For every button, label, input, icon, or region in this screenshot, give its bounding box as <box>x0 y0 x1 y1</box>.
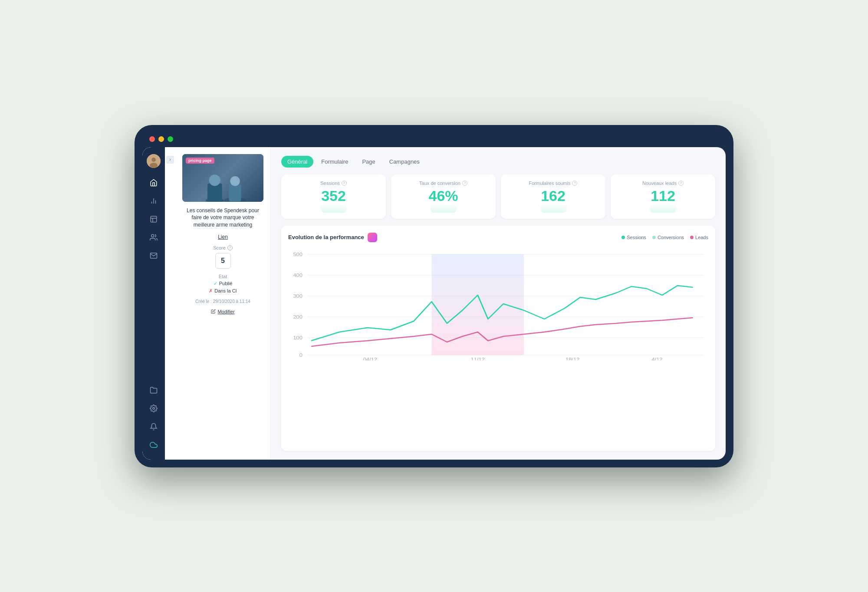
stat-sessions: Sessions ? 352 <box>281 174 386 219</box>
score-section: Score ? 5 <box>182 245 263 269</box>
stat-leads-label: Nouveaux leads ? <box>642 181 684 186</box>
cross-icon: ✗ <box>209 288 213 294</box>
sidebar-item-users[interactable] <box>146 230 161 245</box>
article-image: pricing page <box>182 154 263 202</box>
svg-text:11/12: 11/12 <box>471 356 485 360</box>
stat-leads-decoration <box>650 204 676 213</box>
chart-area: 500 400 300 200 100 0 <box>288 247 708 360</box>
legend-dot-conversions <box>652 236 656 239</box>
svg-point-2 <box>150 163 158 168</box>
stat-conversion: Taux de conversion ? 46% <box>391 174 496 219</box>
svg-text:04/12: 04/12 <box>363 356 378 360</box>
svg-text:100: 100 <box>293 335 302 340</box>
svg-text:300: 300 <box>293 293 302 299</box>
sidebar-item-cloud[interactable] <box>146 437 161 453</box>
chart-svg: 500 400 300 200 100 0 <box>288 247 708 360</box>
etat-dans-ci: ✗ Dans la CI <box>209 288 237 294</box>
avatar[interactable] <box>147 154 161 168</box>
svg-text:18/12: 18/12 <box>566 356 580 360</box>
app-container: › pricing page Les conseils de <box>142 147 726 460</box>
svg-text:0: 0 <box>299 352 303 358</box>
tab-page[interactable]: Page <box>356 156 381 168</box>
chart-section: Evolution de la performance Sessions Con… <box>281 226 715 451</box>
chart-icon <box>368 233 377 242</box>
tab-campagnes[interactable]: Campagnes <box>383 156 426 168</box>
stat-conversion-value: 46% <box>428 188 458 203</box>
svg-point-16 <box>209 174 220 186</box>
analytics-panel: Général Formulaire Page Campagnes Sessio… <box>271 147 726 460</box>
svg-point-1 <box>151 158 156 162</box>
created-info: Créé le : 29/10/2020 à 11:14 <box>182 299 263 304</box>
chart-header: Evolution de la performance Sessions Con… <box>288 233 708 242</box>
traffic-light-green[interactable] <box>168 136 173 142</box>
panel-toggle: › <box>165 147 175 460</box>
svg-point-9 <box>151 234 154 237</box>
svg-text:500: 500 <box>293 251 302 257</box>
sidebar-item-notifications[interactable] <box>146 419 161 434</box>
legend-leads: Leads <box>690 235 708 240</box>
collapse-panel-button[interactable]: › <box>166 156 174 164</box>
pricing-badge: pricing page <box>186 158 214 164</box>
stat-sessions-label: Sessions ? <box>320 181 347 186</box>
device-frame: › pricing page Les conseils de <box>135 125 733 467</box>
etat-publie: ✓ Publié <box>214 281 233 286</box>
sidebar <box>142 147 165 460</box>
stat-conversion-label: Taux de conversion ? <box>419 181 467 186</box>
traffic-light-red[interactable] <box>149 136 155 142</box>
title-bar <box>142 133 726 145</box>
sidebar-item-files[interactable] <box>146 382 161 398</box>
svg-point-10 <box>153 407 155 409</box>
svg-text:200: 200 <box>293 314 302 319</box>
stats-row: Sessions ? 352 Taux de conversion ? 46% <box>281 174 715 219</box>
legend-sessions: Sessions <box>621 235 646 240</box>
svg-point-13 <box>230 176 240 185</box>
svg-rect-6 <box>151 216 157 222</box>
legend-conversions: Conversions <box>652 235 684 240</box>
etat-section: Etat ✓ Publié ✗ Dans la CI <box>182 274 263 294</box>
check-icon: ✓ <box>214 281 217 286</box>
article-title: Les conseils de Spendesk pour faire de v… <box>182 207 263 229</box>
stat-leads: Nouveaux leads ? 112 <box>611 174 715 219</box>
tab-formulaire[interactable]: Formulaire <box>315 156 354 168</box>
sidebar-item-messages[interactable] <box>146 248 161 263</box>
tab-general[interactable]: Général <box>281 156 313 168</box>
stat-formulaires: Formulaires soumis ? 162 <box>501 174 605 219</box>
stat-conversion-decoration <box>431 204 457 213</box>
article-link[interactable]: Lien <box>182 234 263 240</box>
legend-dot-sessions <box>621 236 625 239</box>
svg-rect-15 <box>207 183 222 201</box>
stat-leads-value: 112 <box>651 188 675 203</box>
detail-panel: pricing page Les conseils de Spendesk po… <box>175 147 271 460</box>
svg-text:400: 400 <box>293 272 302 278</box>
stat-formulaires-value: 162 <box>541 188 566 203</box>
sidebar-item-content[interactable] <box>146 211 161 227</box>
tabs: Général Formulaire Page Campagnes <box>281 156 715 168</box>
chart-legend: Sessions Conversions Leads <box>621 235 708 240</box>
score-label: Score ? <box>213 245 233 250</box>
modifier-button[interactable]: Modifier <box>182 309 263 314</box>
traffic-light-yellow[interactable] <box>158 136 164 142</box>
etat-label: Etat <box>219 274 227 279</box>
sidebar-bottom <box>146 382 161 453</box>
stat-formulaires-decoration <box>540 204 566 213</box>
stat-formulaires-label: Formulaires soumis ? <box>529 181 578 186</box>
sidebar-item-settings[interactable] <box>146 401 161 416</box>
sidebar-item-home[interactable] <box>146 175 161 191</box>
score-value: 5 <box>215 253 231 269</box>
stat-sessions-value: 352 <box>321 188 346 203</box>
svg-text:4/12: 4/12 <box>651 356 663 360</box>
svg-rect-12 <box>229 184 241 201</box>
legend-dot-leads <box>690 236 694 239</box>
svg-rect-29 <box>432 254 524 355</box>
chart-title: Evolution de la performance <box>288 233 377 242</box>
sidebar-item-analytics[interactable] <box>146 193 161 209</box>
stat-sessions-decoration <box>321 204 347 213</box>
